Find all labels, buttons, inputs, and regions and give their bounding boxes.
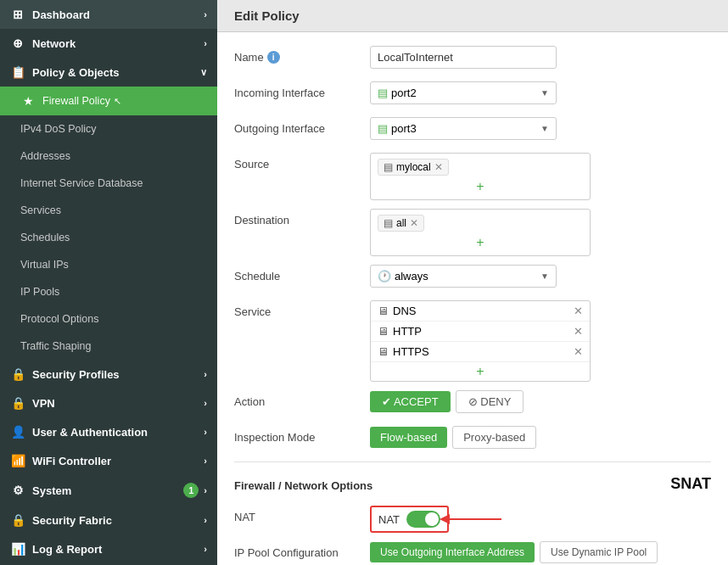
firewall-policy-icon: ★ bbox=[20, 94, 36, 108]
sidebar-item-virtual-ips[interactable]: Virtual IPs bbox=[0, 251, 217, 278]
https-remove[interactable]: ✕ bbox=[574, 345, 583, 358]
proxy-based-button[interactable]: Proxy-based bbox=[452, 426, 536, 449]
source-tag: ▤ mylocal ✕ bbox=[378, 159, 449, 176]
use-dynamic-label: Use Dynamic IP Pool bbox=[551, 546, 647, 558]
sidebar-item-label: Protocol Options bbox=[20, 313, 98, 325]
sidebar-item-protocol-options[interactable]: Protocol Options bbox=[0, 305, 217, 333]
sidebar-item-wifi-controller[interactable]: 📶 WiFi Controller › bbox=[0, 446, 217, 475]
sidebar-item-ipv4-dos[interactable]: IPv4 DoS Policy bbox=[0, 115, 217, 143]
sidebar-item-vpn[interactable]: 🔒 VPN › bbox=[0, 389, 217, 417]
action-label: Action bbox=[234, 390, 370, 408]
http-remove[interactable]: ✕ bbox=[574, 325, 583, 338]
sidebar-item-dashboard[interactable]: ⊞ Dashboard › bbox=[0, 0, 217, 29]
sidebar-item-firewall-policy[interactable]: ★ Firewall Policy ↖ bbox=[0, 87, 217, 115]
sidebar-item-label: Services bbox=[20, 204, 61, 216]
snat-arrow bbox=[438, 509, 506, 529]
sidebar-item-security-fabric[interactable]: 🔒 Security Fabric › bbox=[0, 506, 217, 534]
name-info-icon[interactable]: i bbox=[267, 51, 280, 64]
nat-text: NAT bbox=[378, 513, 400, 526]
action-control: ✔ ACCEPT ⊘ DENY bbox=[370, 390, 711, 413]
sidebar-item-label: System bbox=[32, 484, 71, 497]
dest-tag-icon: ▤ bbox=[384, 217, 393, 229]
snat-label: SNAT bbox=[670, 475, 711, 493]
outgoing-arrow: ▼ bbox=[540, 124, 549, 133]
dns-icon: 🖥 bbox=[378, 305, 389, 317]
destination-add-btn[interactable]: + bbox=[376, 233, 585, 252]
system-badge: 1 bbox=[183, 483, 199, 498]
https-label: HTTPS bbox=[393, 345, 429, 358]
sidebar-item-system[interactable]: ⚙ System 1 › bbox=[0, 475, 217, 506]
destination-tag-box: ▤ all ✕ + bbox=[370, 209, 591, 256]
sidebar-item-label: Network bbox=[32, 37, 76, 50]
source-control: ▤ mylocal ✕ + bbox=[370, 153, 711, 200]
sidebar-item-services[interactable]: Services bbox=[0, 197, 217, 224]
sidebar-item-schedules[interactable]: Schedules bbox=[0, 224, 217, 251]
destination-tag-remove[interactable]: ✕ bbox=[410, 217, 418, 229]
proxy-label: Proxy-based bbox=[463, 431, 525, 444]
dashboard-icon: ⊞ bbox=[10, 8, 25, 21]
name-row: Name i bbox=[234, 46, 711, 73]
sidebar-item-security-profiles[interactable]: 🔒 Security Profiles › bbox=[0, 360, 217, 389]
name-label: Name i bbox=[234, 46, 370, 64]
service-row: Service 🖥 DNS ✕ 🖥 HTTP bbox=[234, 300, 711, 382]
inspection-mode-row: Inspection Mode Flow-based Proxy-based bbox=[234, 426, 711, 453]
sidebar-item-policy-objects[interactable]: 📋 Policy & Objects ∨ bbox=[0, 58, 217, 87]
schedule-dropdown[interactable]: 🕐 always ▼ bbox=[370, 265, 557, 288]
network-icon: ⊕ bbox=[10, 36, 25, 50]
user-auth-arrow: › bbox=[204, 427, 207, 437]
deny-button[interactable]: ⊘ DENY bbox=[456, 390, 524, 413]
sidebar-item-traffic-shaping[interactable]: Traffic Shaping bbox=[0, 333, 217, 360]
source-add-btn[interactable]: + bbox=[376, 177, 585, 196]
source-tag-remove[interactable]: ✕ bbox=[434, 161, 443, 173]
schedule-label: Schedule bbox=[234, 265, 370, 282]
page-title: Edit Policy bbox=[234, 8, 300, 23]
sidebar-item-label: WiFi Controller bbox=[32, 455, 111, 467]
dns-remove[interactable]: ✕ bbox=[574, 305, 583, 317]
sidebar-item-user-auth[interactable]: 👤 User & Authentication › bbox=[0, 417, 217, 446]
accept-button[interactable]: ✔ ACCEPT bbox=[370, 391, 451, 412]
use-dynamic-btn[interactable]: Use Dynamic IP Pool bbox=[540, 541, 658, 563]
incoming-label: Incoming Interface bbox=[234, 81, 370, 99]
name-control bbox=[370, 46, 711, 69]
sidebar-item-internet-service-db[interactable]: Internet Service Database bbox=[0, 170, 217, 197]
vpn-arrow: › bbox=[204, 398, 207, 408]
cursor-indicator: ↖ bbox=[114, 96, 121, 107]
outgoing-label: Outgoing Interface bbox=[234, 117, 370, 135]
sidebar-item-label: Virtual IPs bbox=[20, 259, 69, 271]
wifi-icon: 📶 bbox=[10, 454, 25, 467]
sidebar-item-log-report[interactable]: 📊 Log & Report › bbox=[0, 534, 217, 563]
sidebar-item-network[interactable]: ⊕ Network › bbox=[0, 29, 217, 58]
use-outgoing-btn[interactable]: Use Outgoing Interface Address bbox=[370, 542, 535, 562]
inspection-label: Inspection Mode bbox=[234, 426, 370, 444]
source-row: Source ▤ mylocal ✕ + bbox=[234, 153, 711, 200]
firewall-section-header: Firewall / Network Options SNAT bbox=[234, 469, 711, 499]
incoming-dropdown[interactable]: ▤ port2 ▼ bbox=[370, 81, 557, 104]
flow-based-button[interactable]: Flow-based bbox=[370, 427, 447, 448]
sidebar-item-label: IP Pools bbox=[20, 286, 59, 298]
service-add-btn[interactable]: + bbox=[371, 362, 590, 381]
name-input[interactable] bbox=[370, 46, 557, 69]
incoming-arrow: ▼ bbox=[540, 88, 549, 98]
security-fabric-icon: 🔒 bbox=[10, 513, 25, 527]
destination-label: Destination bbox=[234, 209, 370, 227]
outgoing-dropdown[interactable]: ▤ port3 ▼ bbox=[370, 117, 557, 140]
inspection-control: Flow-based Proxy-based bbox=[370, 426, 711, 449]
sidebar-item-label: Dashboard bbox=[32, 8, 90, 21]
nat-toggle[interactable] bbox=[406, 511, 440, 528]
sidebar-item-label: Security Fabric bbox=[32, 514, 112, 527]
schedule-row: Schedule 🕐 always ▼ bbox=[234, 265, 711, 292]
policy-objects-icon: 📋 bbox=[10, 65, 25, 79]
sidebar-item-label: Internet Service Database bbox=[20, 177, 143, 189]
system-arrow: › bbox=[204, 485, 207, 495]
divider bbox=[234, 462, 711, 462]
network-arrow: › bbox=[204, 38, 207, 48]
schedule-control: 🕐 always ▼ bbox=[370, 265, 711, 288]
system-icon: ⚙ bbox=[10, 484, 25, 497]
sidebar-item-label: Log & Report bbox=[32, 543, 102, 556]
sidebar-item-ip-pools[interactable]: IP Pools bbox=[0, 278, 217, 305]
schedule-value: always bbox=[395, 270, 428, 282]
outgoing-value: port3 bbox=[391, 122, 417, 135]
source-tag-box: ▤ mylocal ✕ + bbox=[370, 153, 591, 200]
source-label: Source bbox=[234, 153, 370, 171]
sidebar-item-addresses[interactable]: Addresses bbox=[0, 143, 217, 170]
